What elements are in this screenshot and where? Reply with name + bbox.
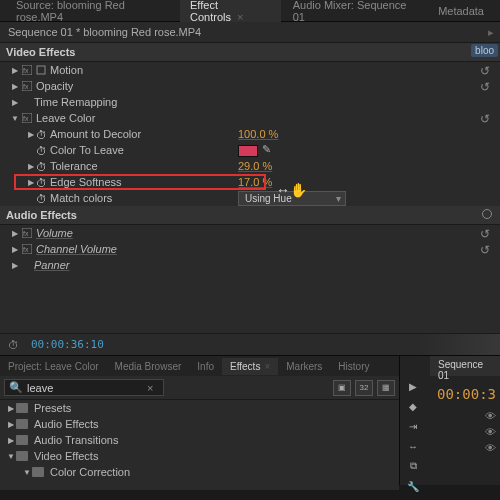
fx-32-icon[interactable]: 32	[355, 380, 373, 396]
clip-chip: bloo	[471, 44, 498, 57]
marker-tool-icon[interactable]: ◆	[404, 398, 422, 414]
folder-icon	[16, 451, 28, 461]
effect-panner[interactable]: ▶ Panner	[0, 257, 500, 273]
stopwatch-icon[interactable]: ⏱	[36, 177, 48, 187]
yuv-icon[interactable]: ▦	[377, 380, 395, 396]
folder-color-correction[interactable]: ▼Color Correction	[0, 464, 399, 480]
svg-text:fx: fx	[23, 246, 29, 253]
svg-text:fx: fx	[23, 83, 29, 90]
eye-icon[interactable]: 👁	[485, 426, 496, 438]
tab-info[interactable]: Info	[189, 358, 222, 375]
folder-icon	[32, 467, 44, 477]
eyedropper-icon[interactable]: ✎	[262, 143, 271, 155]
effect-opacity[interactable]: ▶ fx Opacity ↺	[0, 78, 500, 94]
reset-icon[interactable]: ↺	[480, 112, 490, 126]
audio-effects-header: Audio Effects	[0, 206, 500, 225]
folder-presets[interactable]: ▶Presets	[0, 400, 399, 416]
target-icon	[482, 209, 492, 219]
twirl-icon[interactable]: ▶	[26, 162, 36, 171]
fx-icon[interactable]: fx	[20, 65, 34, 75]
search-field[interactable]	[27, 382, 147, 394]
track-tool-icon[interactable]: ↔	[404, 438, 422, 454]
search-input[interactable]: 🔍 ×	[4, 379, 164, 396]
folder-audio-transitions[interactable]: ▶Audio Transitions	[0, 432, 399, 448]
video-effects-header: Video Effects	[0, 43, 500, 62]
twirl-icon[interactable]: ▶	[26, 130, 36, 139]
svg-rect-2	[37, 66, 45, 74]
fx-icon[interactable]: fx	[20, 81, 34, 91]
value-edge-softness[interactable]: 17.0 %	[238, 176, 272, 188]
sequence-path: Sequence 01 * blooming Red rose.MP4 ▸	[0, 22, 500, 43]
match-colors-dropdown[interactable]: Using Hue	[238, 191, 346, 206]
twirl-icon[interactable]: ▶	[10, 261, 20, 270]
tab-metadata[interactable]: Metadata	[428, 1, 494, 21]
twirl-icon[interactable]: ▶	[10, 82, 20, 91]
twirl-icon[interactable]: ▶	[10, 229, 20, 238]
transform-icon[interactable]	[34, 65, 48, 75]
twirl-icon[interactable]: ▶	[26, 178, 36, 187]
color-swatch[interactable]	[238, 145, 258, 157]
stopwatch-icon[interactable]: ⏱	[36, 129, 48, 139]
param-edge-softness[interactable]: ▶ ⏱ Edge Softness 17.0 %	[0, 174, 500, 190]
twirl-icon[interactable]: ▼	[10, 114, 20, 123]
folder-icon	[16, 435, 28, 445]
selection-tool-icon[interactable]: ▶	[404, 378, 422, 394]
fx-icon[interactable]: fx	[20, 113, 34, 123]
value-amount[interactable]: 100.0 %	[238, 128, 278, 140]
panel-menu-icon[interactable]: ▸	[488, 26, 494, 39]
tab-history[interactable]: History	[330, 358, 377, 375]
stopwatch-icon[interactable]: ⏱	[36, 161, 48, 171]
current-timecode[interactable]: 00:00:36:10	[31, 338, 104, 351]
twirl-icon[interactable]: ▶	[10, 66, 20, 75]
param-match-colors[interactable]: ⏱ Match colors Using Hue	[0, 190, 500, 206]
tab-markers[interactable]: Markers	[278, 358, 330, 375]
clear-icon[interactable]: ×	[147, 382, 153, 394]
effect-volume[interactable]: ▶ fx Volume ↺	[0, 225, 500, 241]
stopwatch-icon[interactable]: ⏱	[36, 145, 48, 155]
reset-icon[interactable]: ↺	[480, 243, 490, 257]
tab-media-browser[interactable]: Media Browser	[107, 358, 190, 375]
timeline-scrubber[interactable]	[420, 334, 500, 355]
stopwatch-icon[interactable]: ⏱	[8, 339, 19, 351]
twirl-icon[interactable]: ▶	[10, 98, 20, 107]
eye-icon[interactable]: 👁	[485, 410, 496, 422]
ripple-tool-icon[interactable]: ⇥	[404, 418, 422, 434]
svg-text:fx: fx	[23, 230, 29, 237]
reset-icon[interactable]: ↺	[480, 227, 490, 241]
fx-badge-icon[interactable]: ▣	[333, 380, 351, 396]
wrench-icon[interactable]: 🔧	[404, 478, 422, 494]
tab-project[interactable]: Project: Leave Color	[0, 358, 107, 375]
timeline-bar: ⏱ 00:00:36:10	[0, 333, 500, 355]
tab-sequence[interactable]: Sequence 01	[430, 356, 500, 376]
search-icon: 🔍	[9, 381, 23, 394]
value-tolerance[interactable]: 29.0 %	[238, 160, 272, 172]
param-tolerance[interactable]: ▶ ⏱ Tolerance 29.0 %	[0, 158, 500, 174]
effect-motion[interactable]: ▶ fx Motion ↺	[0, 62, 500, 78]
tab-effects[interactable]: Effects×	[222, 358, 278, 375]
reset-icon[interactable]: ↺	[480, 80, 490, 94]
svg-text:fx: fx	[23, 115, 29, 122]
param-color-to-leave[interactable]: ⏱ Color To Leave ✎	[0, 142, 500, 158]
fx-icon[interactable]: fx	[20, 244, 34, 254]
close-icon[interactable]: ×	[264, 361, 270, 372]
folder-icon	[16, 403, 28, 413]
param-amount-to-decolor[interactable]: ▶ ⏱ Amount to Decolor 100.0 %	[0, 126, 500, 142]
fx-icon[interactable]: fx	[20, 228, 34, 238]
slip-tool-icon[interactable]: ⧉	[404, 458, 422, 474]
svg-text:fx: fx	[23, 67, 29, 74]
effect-leave-color[interactable]: ▼ fx Leave Color ↺	[0, 110, 500, 126]
reset-icon[interactable]: ↺	[480, 64, 490, 78]
stopwatch-icon[interactable]: ⏱	[36, 193, 48, 203]
twirl-icon[interactable]: ▶	[10, 245, 20, 254]
folder-audio-effects[interactable]: ▶Audio Effects	[0, 416, 399, 432]
effect-time-remapping[interactable]: ▶ Time Remapping	[0, 94, 500, 110]
sequence-timecode[interactable]: 00:00:3	[437, 386, 496, 402]
effect-channel-volume[interactable]: ▶ fx Channel Volume ↺	[0, 241, 500, 257]
eye-icon[interactable]: 👁	[485, 442, 496, 454]
folder-video-effects[interactable]: ▼Video Effects	[0, 448, 399, 464]
folder-icon	[16, 419, 28, 429]
